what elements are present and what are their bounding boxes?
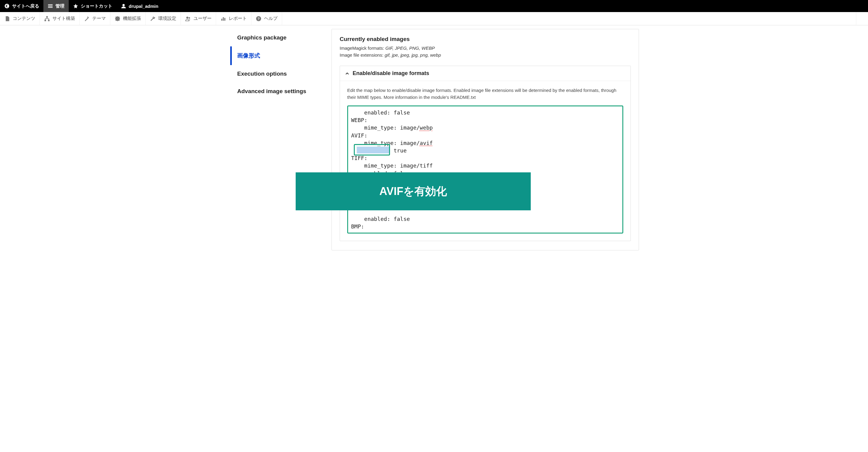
details-description: Edit the map below to enable/disable ima…: [347, 87, 623, 101]
extensions-value: gif, jpe, jpeg, jpg, png, webp: [384, 53, 441, 58]
details-summary[interactable]: Enable/disable image formats: [340, 66, 630, 81]
orientation-toggle[interactable]: [856, 12, 868, 25]
bar-chart-icon: [220, 16, 226, 22]
svg-point-5: [186, 17, 188, 19]
user-menu[interactable]: drupal_admin: [117, 0, 162, 12]
menu-people-label: ユーザー: [193, 16, 212, 22]
menu-people[interactable]: ユーザー: [181, 12, 216, 25]
tab-execution-options-label: Execution options: [237, 70, 287, 77]
shortcuts-label: ショートカット: [81, 3, 113, 9]
svg-rect-2: [46, 16, 48, 18]
arrow-left-circle-icon: [4, 3, 10, 9]
menubar-spacer: [282, 12, 856, 25]
svg-rect-7: [221, 19, 222, 21]
menu-appearance[interactable]: テーマ: [80, 12, 110, 25]
manage-label: 管理: [56, 3, 64, 9]
tab-execution-options[interactable]: Execution options: [230, 65, 326, 83]
tab-graphics-package[interactable]: Graphics package: [230, 29, 326, 46]
svg-point-0: [5, 4, 9, 8]
hamburger-icon: [48, 3, 53, 9]
menu-reports[interactable]: レポート: [216, 12, 251, 25]
menu-help[interactable]: ? ヘルプ: [251, 12, 282, 25]
svg-rect-3: [44, 20, 46, 21]
menu-config-label: 環境設定: [158, 16, 176, 22]
sitemap-icon: [44, 16, 50, 22]
menu-appearance-label: テーマ: [92, 16, 106, 22]
menu-structure[interactable]: サイト構築: [40, 12, 80, 25]
people-icon: [185, 16, 191, 22]
formats-label: ImageMagick formats:: [340, 45, 385, 51]
tab-advanced-image-settings-label: Advanced image settings: [237, 88, 306, 94]
svg-rect-9: [224, 18, 225, 21]
enable-disable-details: Enable/disable image formats Edit the ma…: [340, 66, 631, 241]
puzzle-icon: [115, 16, 121, 22]
tab-graphics-package-label: Graphics package: [237, 34, 287, 41]
svg-rect-8: [223, 17, 224, 21]
svg-point-6: [189, 17, 190, 19]
menu-content-label: コンテンツ: [13, 16, 35, 22]
menu-extend[interactable]: 機能拡張: [110, 12, 146, 25]
menu-content[interactable]: コンテンツ: [0, 12, 40, 25]
formats-value: GIF, JPEG, PNG, WEBP: [385, 45, 435, 51]
tab-advanced-image-settings[interactable]: Advanced image settings: [230, 83, 326, 100]
extensions-line: Image file extensions: gif, jpe, jpeg, j…: [340, 52, 631, 59]
svg-rect-4: [48, 20, 50, 21]
svg-text:?: ?: [257, 17, 259, 21]
star-icon: [73, 3, 79, 9]
tab-image-formats[interactable]: 画像形式: [230, 46, 326, 65]
currently-enabled-heading: Currently enabled images: [340, 36, 631, 42]
shortcuts-link[interactable]: ショートカット: [69, 0, 117, 12]
admin-menubar: コンテンツ サイト構築 テーマ 機能拡張 環境設定 ユーザー レポート ? ヘル…: [0, 12, 868, 25]
manage-toggle[interactable]: 管理: [43, 0, 69, 12]
yaml-wrapper: enabled: false WEBP: mime_type: image/we…: [347, 105, 623, 233]
wand-icon: [84, 16, 90, 22]
page-container: Graphics package 画像形式 Execution options …: [223, 25, 645, 250]
wrench-icon: [150, 16, 156, 22]
menu-extend-label: 機能拡張: [123, 16, 141, 22]
extensions-label: Image file extensions:: [340, 53, 384, 58]
file-icon: [4, 16, 10, 22]
svg-point-1: [122, 4, 125, 6]
details-body: Edit the map below to enable/disable ima…: [340, 81, 630, 241]
formats-line: ImageMagick formats: GIF, JPEG, PNG, WEB…: [340, 45, 631, 52]
user-icon: [121, 3, 126, 9]
menu-structure-label: サイト構築: [53, 16, 75, 22]
back-to-site-link[interactable]: サイトへ戻る: [0, 0, 43, 12]
help-icon: ?: [255, 16, 261, 22]
tab-image-formats-label: 画像形式: [237, 53, 260, 59]
back-to-site-label: サイトへ戻る: [12, 3, 39, 9]
chevron-up-icon: [345, 71, 350, 76]
menu-help-label: ヘルプ: [264, 16, 278, 22]
details-title: Enable/disable image formats: [352, 70, 429, 76]
menu-reports-label: レポート: [229, 16, 247, 22]
username-label: drupal_admin: [129, 4, 158, 9]
vertical-tabs: Graphics package 画像形式 Execution options …: [223, 29, 326, 250]
menu-config[interactable]: 環境設定: [146, 12, 181, 25]
image-formats-textarea[interactable]: enabled: false WEBP: mime_type: image/we…: [347, 105, 623, 233]
content-pane: Currently enabled images ImageMagick for…: [332, 29, 639, 250]
top-toolbar: サイトへ戻る 管理 ショートカット drupal_admin: [0, 0, 868, 12]
